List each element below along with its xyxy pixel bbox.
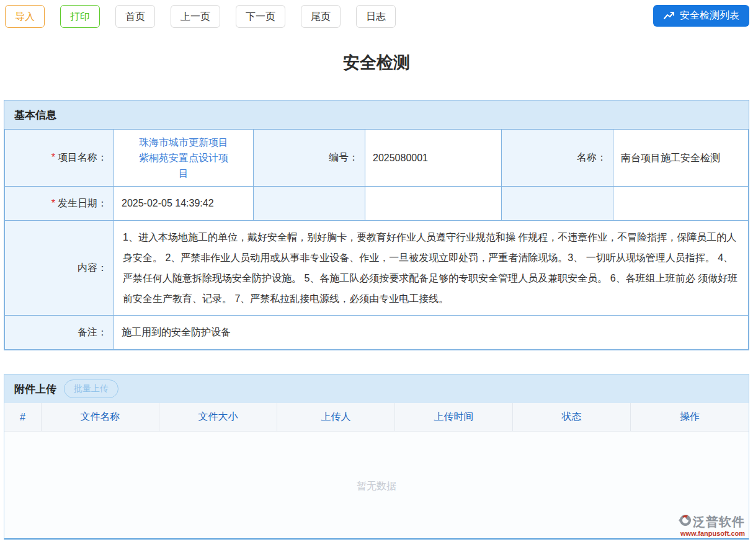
print-button[interactable]: 打印 <box>60 5 100 28</box>
log-button[interactable]: 日志 <box>356 5 396 28</box>
required-asterisk: * <box>51 152 55 162</box>
attachments-column-headers: # 文件名称 文件大小 上传人 上传时间 状态 操作 <box>4 403 749 432</box>
col-index: # <box>4 403 42 431</box>
safety-inspection-list-label: 安全检测列表 <box>680 9 739 22</box>
no-data-text: 暂无数据 <box>4 480 749 493</box>
basic-info-table: *项目名称： 珠海市城市更新项目紫桐苑安置点设计项目 编号： 202508000… <box>4 129 749 350</box>
col-status: 状态 <box>513 403 631 431</box>
occur-date-value: 2025-02-05 14:39:42 <box>114 187 254 221</box>
project-name-link[interactable]: 珠海市城市更新项目紫桐苑安置点设计项目 <box>136 135 231 181</box>
fanpu-logo-icon <box>677 513 692 529</box>
vendor-watermark: 泛普软件 www.fanpusoft.com <box>677 513 745 537</box>
top-toolbar: 导入 打印 首页 上一页 下一页 尾页 日志 安全检测列表 <box>0 0 753 28</box>
batch-upload-button[interactable]: 批量上传 <box>64 380 118 398</box>
col-uploader: 上传人 <box>277 403 395 431</box>
empty-value-cell <box>613 187 749 221</box>
attachments-section-title: 附件上传 <box>14 382 56 396</box>
import-button[interactable]: 导入 <box>5 5 45 28</box>
attachments-panel: 附件上传 批量上传 # 文件名称 文件大小 上传人 上传时间 状态 操作 暂无数… <box>4 374 749 540</box>
project-name-cell: 珠海市城市更新项目紫桐苑安置点设计项目 <box>114 130 254 187</box>
content-label: 内容： <box>5 221 114 316</box>
col-file-name: 文件名称 <box>42 403 159 431</box>
basic-info-section-title: 基本信息 <box>4 100 749 129</box>
basic-info-panel: 基本信息 *项目名称： 珠海市城市更新项目紫桐苑安置点设计项目 编号： 2025… <box>4 100 749 350</box>
empty-value-cell <box>365 187 502 221</box>
content-value: 1、进入本场地施工的单位，戴好安全帽，别好胸卡，要教育好作业人员遵守行业规范和操… <box>114 221 749 316</box>
vendor-url: www.fanpusoft.com <box>677 530 745 537</box>
page-title: 安全检测 <box>0 51 753 74</box>
name-label: 名称： <box>502 130 613 187</box>
remark-value: 施工用到的安全防护设备 <box>114 316 749 350</box>
attachments-empty-area: 暂无数据 泛普软件 www.fanpusoft.com <box>4 432 749 538</box>
col-actions: 操作 <box>631 403 749 431</box>
empty-label-cell <box>254 187 365 221</box>
last-page-button[interactable]: 尾页 <box>301 5 341 28</box>
code-value: 2025080001 <box>365 130 502 187</box>
code-label: 编号： <box>254 130 365 187</box>
empty-label-cell <box>502 187 613 221</box>
vendor-name: 泛普软件 <box>693 515 745 528</box>
first-page-button[interactable]: 首页 <box>115 5 155 28</box>
next-page-button[interactable]: 下一页 <box>236 5 285 28</box>
occur-date-label: *发生日期： <box>5 187 114 221</box>
col-file-size: 文件大小 <box>159 403 277 431</box>
trending-up-icon <box>663 11 675 21</box>
prev-page-button[interactable]: 上一页 <box>171 5 220 28</box>
attachments-header: 附件上传 批量上传 <box>4 375 749 403</box>
required-asterisk: * <box>51 198 55 208</box>
col-upload-time: 上传时间 <box>395 403 513 431</box>
remark-label: 备注： <box>5 316 114 350</box>
safety-inspection-list-button[interactable]: 安全检测列表 <box>653 5 749 27</box>
name-value: 南台项目施工安全检测 <box>613 130 749 187</box>
project-name-label: *项目名称： <box>5 130 114 187</box>
